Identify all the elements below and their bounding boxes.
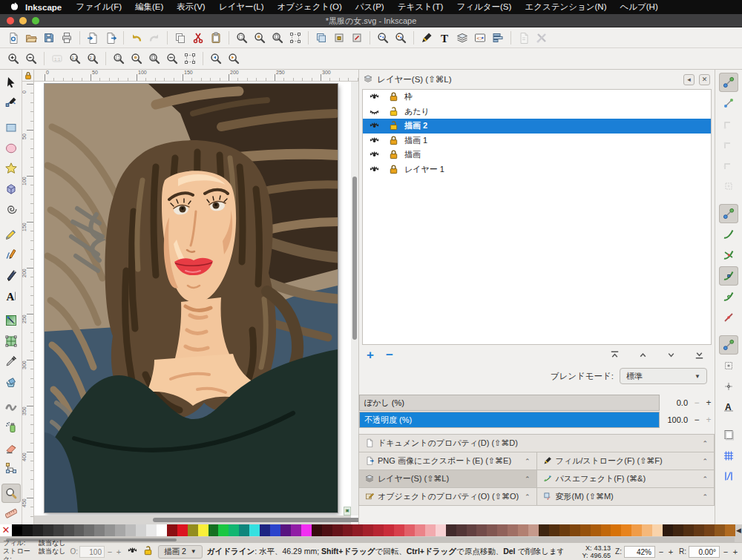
palette-swatch[interactable] <box>631 524 642 536</box>
menu-item-エクステンション(N)[interactable]: エクステンション(N) <box>518 1 613 13</box>
selection-handles-icon[interactable] <box>286 29 304 47</box>
palette-swatch[interactable] <box>559 524 570 536</box>
zoom-2-1-icon[interactable]: 2:1 <box>84 50 102 67</box>
lock-closed-icon[interactable] <box>385 91 401 102</box>
palette-swatch[interactable] <box>332 524 343 536</box>
ruler-corner-lock-icon[interactable] <box>22 70 34 82</box>
snap-cusp-node-icon[interactable] <box>719 266 738 286</box>
document-export-icon[interactable] <box>102 29 119 47</box>
palette-swatch[interactable] <box>508 524 518 536</box>
palette-swatch[interactable] <box>436 524 446 536</box>
blur-increase-button[interactable]: + <box>703 398 715 408</box>
palette-scrollbar[interactable] <box>0 537 735 542</box>
tool-pen[interactable] <box>1 266 21 285</box>
canvas-vertical-scrollbar[interactable] <box>351 82 358 515</box>
tool-calligraphy[interactable] <box>1 246 21 265</box>
palette-swatch[interactable] <box>64 524 74 536</box>
snap-path-intersection-icon[interactable] <box>719 246 738 265</box>
tool-dropper[interactable] <box>1 352 21 372</box>
eye-open-icon[interactable] <box>366 164 382 175</box>
palette-swatch[interactable] <box>363 524 373 536</box>
lock-closed-icon[interactable] <box>385 149 401 160</box>
zoom-out-icon[interactable] <box>22 50 40 67</box>
palette-swatch[interactable] <box>580 524 591 536</box>
zoom-1-2-icon[interactable]: 1:2 <box>66 50 84 67</box>
edit-duplicate-icon[interactable] <box>312 29 330 47</box>
fill-value[interactable]: 該当なし <box>39 539 65 547</box>
dialog-layers-icon[interactable] <box>453 29 471 47</box>
palette-swatch[interactable] <box>591 524 601 536</box>
snap-page-border-icon[interactable] <box>719 425 738 444</box>
palette-swatch[interactable] <box>642 524 652 536</box>
zoom-selection-icon[interactable] <box>233 29 251 47</box>
tool-rectangle[interactable] <box>1 118 21 137</box>
eye-open-icon[interactable] <box>366 135 382 146</box>
palette-swatch[interactable] <box>673 524 683 536</box>
palette-swatch[interactable] <box>157 524 167 536</box>
palette-swatch[interactable] <box>270 524 280 536</box>
blend-mode-select[interactable]: 標準 ▼ <box>620 368 707 384</box>
dialog-align-icon[interactable] <box>489 29 507 47</box>
snap-grid-icon[interactable] <box>719 446 738 465</box>
palette-swatch[interactable] <box>301 524 312 536</box>
palette-swatch[interactable] <box>136 524 146 536</box>
dialog-bar-collapsed[interactable]: フィル/ストローク(F) (⇧⌘F)⌃ <box>536 452 715 470</box>
zoom-page-icon[interactable] <box>269 29 286 47</box>
snap-bbox-icon[interactable] <box>719 93 738 113</box>
blur-slider[interactable]: ぼかし (%) <box>359 395 660 411</box>
tool-connector[interactable] <box>1 458 21 478</box>
eye-open-icon[interactable] <box>366 120 382 131</box>
opacity-increase-button[interactable]: + <box>703 415 715 425</box>
stroke-value[interactable]: 該当なし <box>39 547 65 560</box>
add-layer-button[interactable]: + <box>367 349 374 361</box>
edit-clone-unlink-icon[interactable] <box>348 29 366 47</box>
vscroll-thumb[interactable] <box>352 177 357 340</box>
palette-swatch[interactable] <box>105 524 115 536</box>
palette-swatch[interactable] <box>446 524 456 536</box>
palette-swatch[interactable] <box>312 524 322 536</box>
palette-swatch-none[interactable]: ✕ <box>0 524 12 536</box>
tool-zoom[interactable] <box>1 484 21 503</box>
zoom-plus-button[interactable]: + <box>667 547 674 556</box>
layer-lower-button[interactable] <box>663 349 679 360</box>
close-button[interactable] <box>7 17 14 24</box>
palette-swatch[interactable] <box>373 524 384 536</box>
layer-row[interactable]: 描画 1 <box>363 134 711 148</box>
tool-text[interactable]: A <box>1 286 21 306</box>
zoom-minus-button[interactable]: − <box>657 547 665 556</box>
tool-pencil[interactable] <box>1 225 21 244</box>
zoom-next-icon[interactable] <box>225 50 243 67</box>
opacity-plus-button[interactable]: + <box>115 547 122 556</box>
palette-swatch[interactable] <box>694 524 704 536</box>
palette-swatch[interactable] <box>22 524 33 536</box>
rotation-field[interactable]: 0.00° <box>689 546 720 558</box>
menu-item-ファイル(F)[interactable]: ファイル(F) <box>69 1 128 13</box>
menu-item-オブジェクト(O)[interactable]: オブジェクト(O) <box>271 1 349 13</box>
menu-item-編集(E)[interactable]: 編集(E) <box>128 1 170 13</box>
tool-bucket[interactable] <box>1 372 21 392</box>
zoom-page-width-icon[interactable] <box>163 50 181 67</box>
vertical-ruler[interactable]: 050100150200250300350400450 <box>22 82 34 524</box>
palette-swatch[interactable] <box>487 524 497 536</box>
palette-swatch[interactable] <box>570 524 580 536</box>
snap-global-icon[interactable] <box>719 73 738 92</box>
palette-swatch[interactable] <box>476 524 487 536</box>
palette-swatch[interactable] <box>218 524 229 536</box>
dialog-text-icon[interactable]: T <box>436 29 453 47</box>
edit-find-replace-icon[interactable] <box>392 29 410 47</box>
snap-rotation-center-icon[interactable] <box>719 377 738 396</box>
menu-item-レイヤー(L)[interactable]: レイヤー(L) <box>212 1 271 13</box>
tool-eraser[interactable] <box>1 438 21 458</box>
horizontal-ruler[interactable]: 050100150200250300 <box>34 70 358 82</box>
layer-row[interactable]: 描画 <box>363 148 711 162</box>
edit-cut-icon[interactable] <box>189 29 207 47</box>
dialog-bar-collapsed[interactable]: パスエフェクト(F) (⌘&)⌃ <box>536 470 715 488</box>
blur-decrease-button[interactable]: − <box>691 398 703 408</box>
opacity-value[interactable]: 100.0 <box>660 415 691 424</box>
panel-float-button[interactable]: ◂ <box>683 74 695 85</box>
tool-node[interactable] <box>1 93 21 113</box>
palette-swatch[interactable] <box>177 524 188 536</box>
palette-swatch[interactable] <box>280 524 291 536</box>
tool-ellipse[interactable] <box>1 139 21 158</box>
eye-open-icon[interactable] <box>366 149 382 160</box>
